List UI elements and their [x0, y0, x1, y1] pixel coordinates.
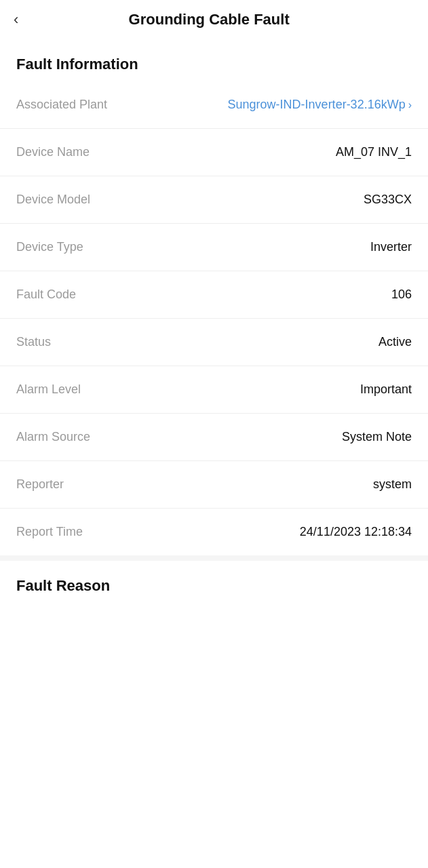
alarm-level-label: Alarm Level — [16, 382, 81, 397]
device-type-row: Device Type Inverter — [0, 224, 428, 271]
device-name-value: AM_07 INV_1 — [336, 145, 412, 159]
device-type-label: Device Type — [16, 240, 83, 254]
status-row: Status Active — [0, 319, 428, 366]
fault-information-section: Fault Information Associated Plant Sungr… — [0, 39, 428, 555]
report-time-label: Report Time — [16, 525, 83, 539]
device-model-label: Device Model — [16, 193, 90, 207]
alarm-level-value: Important — [360, 382, 412, 397]
device-name-label: Device Name — [16, 145, 90, 159]
alarm-source-row: Alarm Source System Note — [0, 414, 428, 461]
associated-plant-label: Associated Plant — [16, 98, 107, 112]
header: ‹ Grounding Cable Fault — [0, 0, 428, 39]
fault-information-heading: Fault Information — [0, 39, 428, 81]
device-model-value: SG33CX — [364, 193, 412, 207]
fault-code-value: 106 — [391, 288, 412, 302]
report-time-row: Report Time 24/11/2023 12:18:34 — [0, 509, 428, 555]
status-value: Active — [378, 335, 412, 349]
device-name-row: Device Name AM_07 INV_1 — [0, 129, 428, 176]
reporter-label: Reporter — [16, 477, 64, 492]
back-button[interactable]: ‹ — [14, 12, 18, 27]
fault-reason-section: Fault Reason — [0, 555, 428, 603]
alarm-source-label: Alarm Source — [16, 430, 90, 444]
associated-plant-value[interactable]: Sungrow-IND-Inverter-32.16kWp › — [228, 98, 412, 112]
fault-reason-heading: Fault Reason — [16, 577, 412, 595]
page-title: Grounding Cable Fault — [26, 11, 391, 28]
device-type-value: Inverter — [370, 240, 412, 254]
associated-plant-text: Sungrow-IND-Inverter-32.16kWp — [228, 98, 406, 112]
alarm-source-value: System Note — [342, 430, 412, 444]
reporter-row: Reporter system — [0, 461, 428, 509]
report-time-value: 24/11/2023 12:18:34 — [300, 525, 412, 539]
page-container: ‹ Grounding Cable Fault Fault Informatio… — [0, 0, 428, 603]
alarm-level-row: Alarm Level Important — [0, 366, 428, 414]
associated-plant-row[interactable]: Associated Plant Sungrow-IND-Inverter-32… — [0, 81, 428, 129]
status-label: Status — [16, 335, 51, 349]
chevron-right-icon: › — [408, 99, 412, 111]
fault-code-label: Fault Code — [16, 288, 76, 302]
device-model-row: Device Model SG33CX — [0, 176, 428, 224]
fault-code-row: Fault Code 106 — [0, 271, 428, 319]
reporter-value: system — [373, 477, 412, 492]
